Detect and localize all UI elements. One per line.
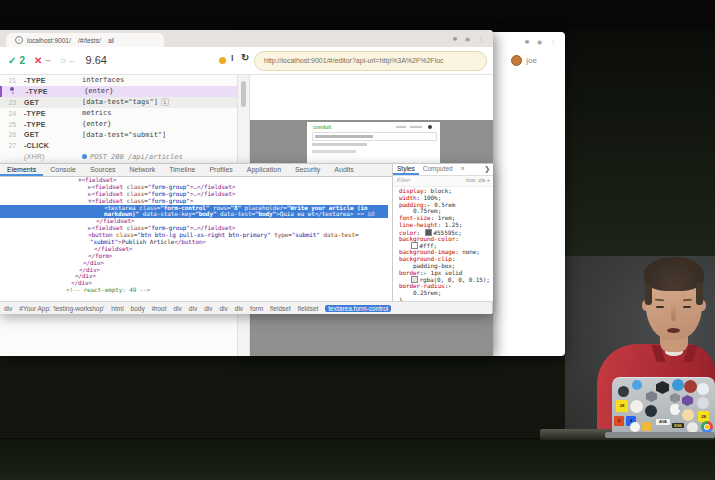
breadcrumb-item[interactable]: #root bbox=[152, 305, 167, 312]
runner-toolbar: ✓2 ✕– ○– 9.64 I ↻ http://localhost:9001/… bbox=[0, 47, 493, 75]
browser-tab[interactable]: i localhost:9001/__/#/tests/__all bbox=[6, 33, 164, 47]
styles-tab-styles[interactable]: Styles bbox=[393, 164, 419, 175]
laptop-sticker: ES6 bbox=[672, 423, 684, 428]
command-name: -TYPE bbox=[16, 77, 82, 84]
laptop-sticker: JS bbox=[616, 400, 628, 412]
presenter-hair bbox=[644, 257, 704, 291]
description-input bbox=[312, 143, 367, 146]
laptop-sticker bbox=[646, 391, 657, 402]
command-number: 26 bbox=[0, 131, 16, 138]
reload-icon[interactable]: ↻ bbox=[241, 52, 249, 63]
styles-tabbar: StylesComputed» bbox=[393, 164, 493, 176]
presenter-eye bbox=[683, 306, 691, 308]
nav-link bbox=[410, 126, 422, 128]
breadcrumb-item[interactable]: textarea.form-control bbox=[325, 305, 391, 312]
command-row[interactable]: 24-TYPEmetrics bbox=[0, 108, 237, 119]
breadcrumb-item[interactable]: form bbox=[250, 305, 263, 312]
title-input bbox=[312, 132, 437, 141]
breadcrumb-item[interactable]: #Your App: 'testing-workshop' bbox=[19, 305, 104, 312]
dom-node[interactable]: </div> bbox=[0, 267, 392, 274]
devtools-tab-security[interactable]: Security bbox=[288, 164, 327, 176]
command-argument: [data-test="submit"] bbox=[82, 131, 166, 139]
laptop-sticker bbox=[672, 379, 684, 391]
devtools-tab-elements[interactable]: Elements bbox=[0, 164, 43, 176]
laptop-sticker bbox=[684, 380, 697, 393]
breadcrumb-item[interactable]: body bbox=[131, 305, 145, 312]
dom-node[interactable]: </div> bbox=[0, 260, 392, 267]
devtools-tab-profiles[interactable]: Profiles bbox=[202, 164, 239, 176]
browser-extension-icons[interactable]: ✱ ◉ ⋮ bbox=[524, 38, 559, 45]
devtools-tab-audits[interactable]: Audits bbox=[327, 164, 360, 176]
browser-profile[interactable]: joe bbox=[511, 55, 537, 66]
command-row-xhr[interactable]: (XHR)POST 200 /api/articles bbox=[0, 151, 237, 162]
devtools-tab-console[interactable]: Console bbox=[43, 164, 83, 176]
dom-node-selected[interactable]: markdown)" data-state-key="body" data-te… bbox=[0, 211, 388, 218]
app-url-bar[interactable]: http://localhost:9001/#/editor?api-url=h… bbox=[254, 51, 487, 71]
styles-sidebar: StylesComputed» Filter :hov .cls + displ… bbox=[392, 164, 493, 301]
devtools-tab-sources[interactable]: Sources bbox=[83, 164, 123, 176]
styles-toolbar-controls[interactable]: :hov .cls + bbox=[465, 177, 490, 183]
filter-input[interactable]: Filter bbox=[397, 177, 410, 183]
profile-name: joe bbox=[526, 56, 537, 65]
breadcrumb-item[interactable]: fieldset bbox=[298, 305, 319, 312]
scrollbar-thumb[interactable] bbox=[241, 81, 246, 107]
command-row[interactable]: 23GET[data-test="tags"]1 bbox=[0, 97, 237, 108]
breadcrumb-item[interactable]: div bbox=[235, 305, 243, 312]
breadcrumb-item[interactable]: html bbox=[111, 305, 123, 312]
command-number: 21 bbox=[0, 77, 16, 84]
dom-node[interactable]: "submit">Publish Article</button> bbox=[0, 239, 392, 246]
dom-node[interactable]: </div> bbox=[0, 273, 392, 280]
test-stats: ✓2 ✕– ○– 9.64 bbox=[8, 54, 107, 66]
styles-tab-computed[interactable]: Computed bbox=[419, 164, 457, 175]
css-property[interactable]: background-color: bbox=[399, 236, 493, 243]
user-avatar bbox=[428, 125, 432, 129]
styles-filter-bar[interactable]: Filter :hov .cls + bbox=[393, 176, 493, 187]
body-input bbox=[312, 150, 356, 153]
laptop-lid: JS64JSAVAES6 bbox=[612, 377, 715, 435]
laptop-sticker bbox=[642, 422, 651, 431]
command-name: -CLICK bbox=[16, 142, 82, 149]
css-properties: display: block;width: 100%;padding:▸ 0.5… bbox=[393, 187, 493, 301]
devtools-tab-timeline[interactable]: Timeline bbox=[162, 164, 202, 176]
dom-node[interactable]: ▶<fieldset class="form-group">…</fieldse… bbox=[0, 191, 392, 198]
presenter-hair bbox=[696, 283, 703, 305]
breadcrumb-item[interactable]: div bbox=[204, 305, 212, 312]
browser-extension-icons[interactable]: ✱ ◉ ⋮ bbox=[452, 35, 487, 42]
breadcrumb-item[interactable]: div bbox=[219, 305, 227, 312]
command-row[interactable]: -TYPE{enter} bbox=[0, 86, 237, 97]
dom-node[interactable]: <!-- react-empty: 49 --> bbox=[0, 287, 392, 294]
laptop-sticker bbox=[632, 380, 642, 390]
command-row[interactable]: 21-TYPEinterfaces bbox=[0, 75, 237, 86]
laptop-sticker bbox=[682, 395, 693, 406]
breadcrumb-item[interactable]: div bbox=[174, 305, 182, 312]
breadcrumb-item[interactable]: div bbox=[4, 305, 12, 312]
cursor-icon[interactable]: I bbox=[231, 53, 234, 63]
dom-node[interactable]: </div> bbox=[0, 280, 392, 287]
dom-node[interactable]: </fieldset> bbox=[0, 246, 392, 253]
stage-floor bbox=[0, 356, 565, 446]
video-frame: JS64JSAVAES6 ✱ ◉ ⋮ joe i localhost:9001/… bbox=[0, 0, 715, 480]
devtools-tab-application[interactable]: Application bbox=[240, 164, 288, 176]
command-row[interactable]: 27-CLICK bbox=[0, 140, 237, 151]
breadcrumb-item[interactable]: fieldset bbox=[270, 305, 291, 312]
breadcrumb-item[interactable]: div bbox=[189, 305, 197, 312]
command-name: GET bbox=[16, 99, 82, 106]
devtools-tab-network[interactable]: Network bbox=[123, 164, 163, 176]
dom-node[interactable]: </form> bbox=[0, 253, 392, 260]
css-property[interactable]: 0.25rem; bbox=[399, 290, 493, 297]
command-row[interactable]: 26GET[data-test="submit"] bbox=[0, 129, 237, 140]
command-name: GET bbox=[16, 131, 82, 138]
laptop-sticker: 6 bbox=[614, 416, 624, 426]
css-property[interactable]: border:▸ 1px solid bbox=[399, 270, 493, 277]
element-count-badge: 1 bbox=[161, 98, 169, 106]
command-number: 24 bbox=[0, 110, 16, 117]
stage-background bbox=[565, 30, 715, 258]
css-property[interactable]: line-height: 1.25; bbox=[399, 222, 493, 229]
test-duration: 9.64 bbox=[86, 54, 107, 66]
styles-tab-more[interactable]: » bbox=[457, 164, 469, 175]
command-row[interactable]: 25-TYPE{enter} bbox=[0, 119, 237, 130]
presenter-hair bbox=[645, 283, 652, 305]
breadcrumb-overflow-icon[interactable]: ❯ bbox=[484, 165, 490, 173]
presenter-mouth bbox=[667, 328, 680, 333]
apple-logo-icon bbox=[670, 404, 680, 415]
